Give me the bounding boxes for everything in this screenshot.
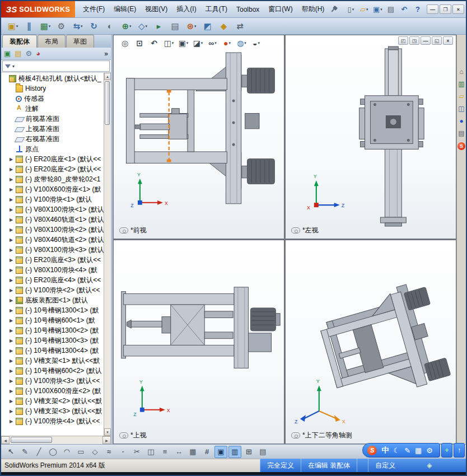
tree-item[interactable]: ▶ (-) ER20底座<1> (默认<< [1,154,104,164]
viewport-layout-single-icon[interactable]: ◰ [398,36,408,45]
trim-icon[interactable]: ✂ [130,446,143,458]
command-tab[interactable]: 草图 [66,35,94,48]
filter-input[interactable] [16,62,109,70]
undo-icon[interactable]: ↶ [398,3,410,16]
tree-item[interactable]: History [1,83,104,94]
rectangle-icon[interactable]: ▭ [74,446,87,458]
filter-caret-icon[interactable]: ▾ [12,64,15,69]
expand-arrow-icon[interactable]: ▶ [10,368,16,374]
minimize-button[interactable]: — [427,4,438,14]
menu-item[interactable]: 窗口(W) [264,3,297,16]
grid-icon[interactable]: ⊞ [242,446,255,458]
zoom-fit-icon[interactable]: ◎ [119,36,132,49]
ime-up-icon[interactable]: ↑ [454,443,465,458]
point-icon[interactable]: ∙ [116,446,129,458]
filter-funnel-icon[interactable] [5,64,11,68]
horizontal-scroll-thumb[interactable] [11,437,52,443]
menu-item[interactable]: 帮助(H) [297,3,329,16]
scroll-right-icon[interactable]: ▶ [102,436,111,444]
tree-item[interactable]: ▶ (-) V80X100滑块<1> (默认 [1,204,104,214]
tree-item[interactable]: ▶ (-) V80X460轨道<1> (默认 [1,214,104,225]
tree-item[interactable]: 右视基准面 [1,134,104,144]
appearances-icon[interactable]: ● [459,118,463,124]
linear-pattern-icon[interactable]: ▦ ▾ [38,19,53,33]
tree-item[interactable]: ▶ (-) V槽支架<2> (默认<<默 [1,396,104,406]
expand-arrow-icon[interactable]: ▶ [10,187,16,192]
menu-item[interactable]: 文件(F) [78,3,109,16]
tree-item[interactable]: ▶ (-) 皮带轮80_皮带轮02<1 [1,174,104,184]
scroll-up-icon[interactable]: ▲ [104,73,111,80]
shaded-view-icon[interactable]: ▥ [228,446,241,458]
sogou-logo-icon[interactable]: S [367,446,377,455]
expand-arrow-icon[interactable]: ▶ [10,409,16,414]
normal-to-icon[interactable]: ▣ [214,446,227,458]
expand-arrow-icon[interactable]: ▶ [10,237,16,242]
display-style-icon[interactable]: ◪ ▾ [192,36,204,49]
expand-arrow-icon[interactable]: ▶ [10,278,16,283]
save-icon[interactable]: ▣ ▾ [371,3,384,16]
expand-arrow-icon[interactable]: ▶ [10,167,16,172]
tree-item[interactable]: ▶ (-) ER20底座<2> (默认<< [1,164,104,174]
exploded-view-icon[interactable]: ⊛ ▾ [184,19,199,33]
configuration-manager-tab-icon[interactable]: ⚙ [26,49,32,58]
solidworks-badge-icon[interactable]: S [457,142,465,150]
circle-icon[interactable]: ◯ [46,446,59,458]
menu-item[interactable]: 插入(I) [172,3,200,16]
expand-arrow-icon[interactable]: ▶ [10,217,16,222]
apply-scene-icon[interactable]: ◍ ▾ [235,36,248,49]
viewport-left[interactable]: Y Z X *左视 [286,35,456,239]
pin-menu-icon[interactable] [330,4,339,14]
select-icon[interactable]: ↖ [4,446,17,458]
expand-arrow-icon[interactable]: ▶ [10,298,16,303]
view-settings-icon[interactable]: ◒ ▾ [250,36,263,49]
expand-arrow-icon[interactable]: ▶ [10,379,16,384]
expand-arrow-icon[interactable]: ▶ [10,288,16,293]
smart-fasteners-icon[interactable]: ⚙ [54,19,69,33]
line-icon[interactable]: ╱ [32,446,45,458]
tree-item[interactable]: 原点 [1,144,104,154]
expand-arrow-icon[interactable]: ▶ [10,268,16,273]
tree-item[interactable]: 传感器 [1,94,104,104]
assembly-features-icon[interactable]: ⊕ ▾ [119,19,134,33]
tree-item[interactable]: ▶ (-) 10号槽钢1300<1> (默 [1,305,104,315]
tree-vertical-scrollbar[interactable]: ▲ ▼ [104,73,111,436]
view-orientation-icon[interactable]: ▣ ▾ [177,36,190,49]
expand-arrow-icon[interactable]: ▶ [10,157,16,162]
expand-arrow-icon[interactable]: ▶ [10,419,16,424]
zoom-area-icon[interactable]: ⊡ [133,36,146,49]
polygon-icon[interactable]: ◇ [88,446,101,458]
tree-horizontal-scrollbar[interactable]: ◀ ▶ [1,436,111,444]
menu-item[interactable]: Toolbox [232,4,264,15]
tree-item[interactable]: ▶ (-) 10号槽钢1300<3> (默 [1,335,104,346]
vertical-scroll-thumb[interactable] [105,81,110,125]
tree-item[interactable]: ▶ (-) 10号槽钢600<2> (默认 [1,366,104,376]
panel-overflow-button[interactable]: » [104,50,108,58]
mirror-icon[interactable]: ◫ [144,446,157,458]
pattern-icon[interactable]: ▦ [186,446,199,458]
tree-item[interactable]: ▶ (-) V100滑块<1> (默认 [1,194,104,204]
expand-arrow-icon[interactable]: ▶ [10,399,16,404]
tree-item[interactable]: ▶ (-) V槽支架<1> 默认<<默 [1,356,104,366]
tree-item[interactable]: ▶ (-) 10号槽钢1300<2> (默 [1,325,104,335]
external-references-icon[interactable]: ⇄ [233,19,247,33]
tree-item[interactable]: ▶ 底板装配图<1> (默认 [1,295,104,305]
restore-button[interactable]: ❐ [440,4,451,14]
show-hidden-icon[interactable]: ◐ [103,19,118,33]
insert-component-icon[interactable]: ▣ ▾ [6,19,20,33]
print-icon[interactable]: ▤ [385,3,397,16]
property-manager-tab-icon[interactable]: ▤ [15,49,21,58]
tree-item[interactable]: ▶ (-) V槽支架<3> (默认<<默 [1,406,104,416]
view-palette-icon[interactable]: ◫ [458,105,464,112]
expand-arrow-icon[interactable]: ▶ [10,389,16,394]
display-manager-tab-icon[interactable]: ◕ [36,49,40,58]
tree-item[interactable]: ▶ (-) V80X100滑块<3> (默认 [1,245,104,255]
tree-item[interactable]: ▶ (-) V100X600滑座<1> (默 [1,184,104,194]
menu-item[interactable]: 工具(T) [201,3,232,16]
hide-show-items-icon[interactable]: ∞ ▾ [206,36,219,49]
ime-mode-label[interactable]: 中 [381,445,389,455]
tree-item[interactable]: 上视基准面 [1,124,104,134]
menu-item[interactable]: 编辑(E) [109,3,141,16]
move-component-icon[interactable]: ⇆ ▾ [71,19,85,33]
ime-keyboard-icon[interactable]: ▦ [415,446,422,455]
help-icon[interactable]: ? [412,3,424,16]
